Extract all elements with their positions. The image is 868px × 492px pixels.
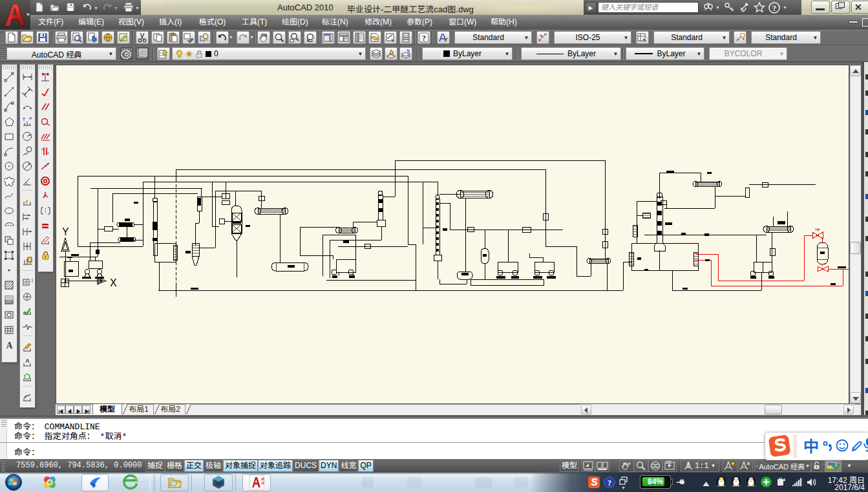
svg-text:?: ?	[608, 478, 611, 487]
svg-text:?: ?	[772, 4, 776, 13]
svg-text:?: ?	[422, 34, 426, 43]
svg-text:A: A	[6, 341, 13, 350]
svg-text:10: 10	[261, 481, 264, 485]
svg-text:X: X	[110, 277, 117, 288]
svg-text:Y: Y	[62, 226, 69, 237]
svg-text:A: A	[25, 358, 30, 364]
svg-text:.1: .1	[30, 278, 33, 283]
